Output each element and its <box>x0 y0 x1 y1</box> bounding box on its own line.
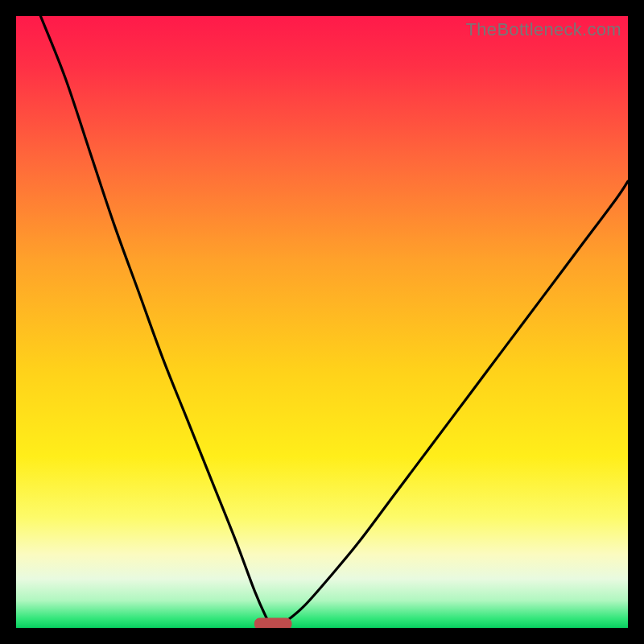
chart-background <box>16 16 628 628</box>
watermark-text: TheBottleneck.com <box>466 19 621 40</box>
chart-frame: TheBottleneck.com <box>16 16 628 628</box>
chart-svg <box>16 16 628 628</box>
optimum-marker <box>254 618 291 628</box>
